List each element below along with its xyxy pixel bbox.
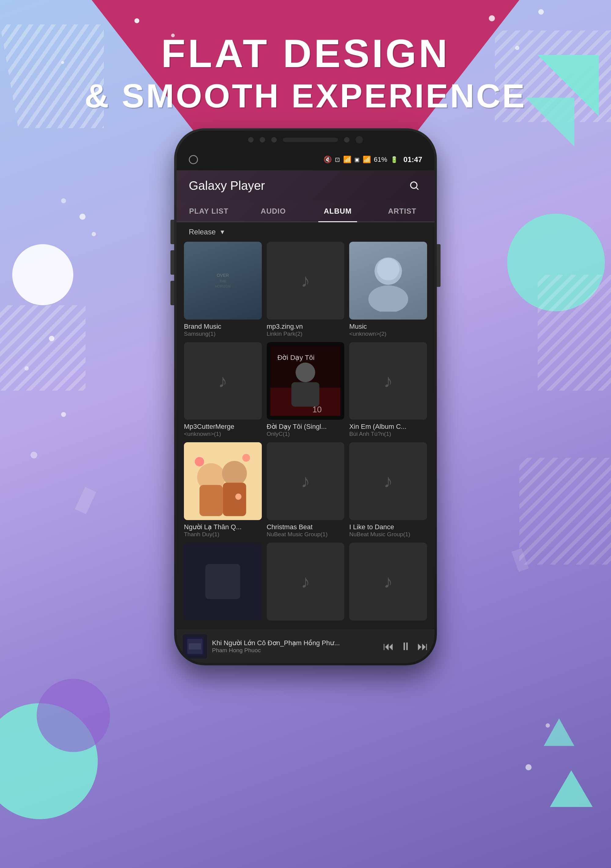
status-right: 🔇 ⊡ 📶 ▣ 📶 61% 🔋 01:47 xyxy=(323,155,422,164)
camera-dot-4 xyxy=(344,137,350,143)
album-item[interactable]: ♪ I Like to Dance NuBeat Music Group(1) xyxy=(349,442,427,538)
album-name: Đời Dạy Tôi (Singl... xyxy=(267,423,345,431)
album-item[interactable]: Music <unknown>(2) xyxy=(349,242,427,337)
now-playing-bar: Khi Người Lớn Cô Đơn_Phạm Hồng Phư... Ph… xyxy=(177,629,434,663)
album-artist: Samsung(1) xyxy=(184,330,262,337)
album-item[interactable]: ♪ Christmas Beat NuBeat Music Group(1) xyxy=(267,442,345,538)
album-thumbnail xyxy=(184,442,262,520)
album-thumbnail: ♪ xyxy=(349,542,427,620)
person-avatar xyxy=(357,250,420,312)
album-art-doi-day: Đời Dạy Tôi 10 xyxy=(271,346,340,416)
camera-dot-3 xyxy=(271,137,277,143)
album-thumbnail xyxy=(349,242,427,319)
album-item[interactable]: ♪ mp3.zing.vn Linkin Park(2) xyxy=(267,242,345,337)
phone-top-bar xyxy=(177,131,434,149)
phone-body: 🔇 ⊡ 📶 ▣ 📶 61% 🔋 01:47 Galaxy Player xyxy=(174,128,437,665)
album-artist: Linkin Park(2) xyxy=(267,330,345,337)
album-art-nguoi-la xyxy=(184,442,262,520)
album-name: Người Lạ Thân Q... xyxy=(184,523,262,531)
svg-text:Đời Dạy Tôi: Đời Dạy Tôi xyxy=(277,353,315,361)
tab-audio[interactable]: AUDIO xyxy=(241,201,306,222)
album-thumbnail: ♪ xyxy=(184,342,262,420)
album-thumbnail: OVER THE HORIZON xyxy=(184,242,262,319)
next-button[interactable]: ⏭ xyxy=(417,640,428,653)
nfc-icon: ⊡ xyxy=(335,156,340,163)
now-playing-artist: Pham Hong Phuoc xyxy=(212,647,378,654)
tab-album[interactable]: ALBUM xyxy=(306,201,370,222)
album-thumbnail: ♪ xyxy=(349,342,427,420)
album-item[interactable]: Đời Dạy Tôi 10 Đời Dạy Tôi (Singl... Onl… xyxy=(267,342,345,438)
prev-button[interactable]: ⏮ xyxy=(383,640,394,653)
music-note-icon: ♪ xyxy=(384,370,393,392)
album-thumbnail: ♪ xyxy=(267,542,345,620)
data-icon: ▣ xyxy=(354,156,359,163)
music-note-icon: ♪ xyxy=(384,471,393,492)
now-playing-thumbnail xyxy=(183,634,207,659)
album-name: mp3.zing.vn xyxy=(267,322,345,330)
svg-point-4 xyxy=(377,258,399,281)
album-name: Brand Music xyxy=(184,322,262,330)
music-note-icon: ♪ xyxy=(301,471,310,492)
album-name: I Like to Dance xyxy=(349,523,427,531)
album-item[interactable] xyxy=(184,542,262,623)
svg-point-13 xyxy=(222,461,247,485)
album-thumbnail: Đời Dạy Tôi 10 xyxy=(267,342,345,420)
music-note-icon: ♪ xyxy=(301,270,310,291)
album-item[interactable]: ♪ Mp3CutterMerge <unknown>(1) xyxy=(184,342,262,438)
album-artist: <unknown>(2) xyxy=(349,330,427,337)
album-artist: NuBeat Music Group(1) xyxy=(349,531,427,538)
music-note-icon: ♪ xyxy=(218,370,227,392)
svg-rect-8 xyxy=(291,383,320,407)
album-artist: Thanh Duy(1) xyxy=(184,531,262,538)
battery-icon: 🔋 xyxy=(390,156,398,163)
album-artist: NuBeat Music Group(1) xyxy=(267,531,345,538)
phone-mockup: 🔇 ⊡ 📶 ▣ 📶 61% 🔋 01:47 Galaxy Player xyxy=(174,128,437,665)
front-camera xyxy=(356,136,363,143)
album-name: Christmas Beat xyxy=(267,523,345,531)
tab-artist[interactable]: ARTIST xyxy=(370,201,434,222)
album-artist: Bùi Anh Tú?n(1) xyxy=(349,431,427,437)
app-header: Galaxy Player xyxy=(177,170,434,201)
album-name: Music xyxy=(349,322,427,330)
camera-dot-1 xyxy=(248,137,253,143)
speaker-bar xyxy=(283,138,338,142)
headline: FLAT DESIGN & SMOOTH EXPERIENCE xyxy=(0,31,611,115)
album-name: Xin Em (Album C... xyxy=(349,423,427,431)
music-note-icon: ♪ xyxy=(301,571,310,592)
svg-line-1 xyxy=(417,188,418,190)
album-item[interactable]: Người Lạ Thân Q... Thanh Duy(1) xyxy=(184,442,262,538)
app-content: Galaxy Player PLAY LIST AUDIO ALBUM ARTI… xyxy=(177,170,434,663)
svg-point-17 xyxy=(242,454,250,462)
wifi-icon: 📶 xyxy=(343,156,351,164)
album-thumbnail xyxy=(184,542,262,620)
tabs-bar: PLAY LIST AUDIO ALBUM ARTIST xyxy=(177,201,434,222)
album-item[interactable]: OVER THE HORIZON Brand Music Samsung(1) xyxy=(184,242,262,337)
album-item[interactable]: ♪ xyxy=(349,542,427,623)
headline-line2: & SMOOTH EXPERIENCE xyxy=(0,76,611,115)
album-artist: <unknown>(1) xyxy=(184,431,262,437)
phone-screen: 🔇 ⊡ 📶 ▣ 📶 61% 🔋 01:47 Galaxy Player xyxy=(177,131,434,663)
svg-point-18 xyxy=(235,493,241,500)
pause-button[interactable]: ⏸ xyxy=(400,640,411,653)
svg-rect-15 xyxy=(223,483,246,516)
sort-arrow-icon[interactable]: ▼ xyxy=(219,229,225,236)
svg-rect-23 xyxy=(189,643,201,649)
album-item[interactable]: ♪ Xin Em (Album C... Bùi Anh Tú?n(1) xyxy=(349,342,427,438)
search-button[interactable] xyxy=(406,178,422,194)
now-playing-controls: ⏮ ⏸ ⏭ xyxy=(383,640,428,653)
now-playing-title: Khi Người Lớn Cô Đơn_Phạm Hồng Phư... xyxy=(212,639,378,647)
album-item[interactable]: ♪ xyxy=(267,542,345,623)
svg-point-0 xyxy=(410,182,417,188)
album-name: Mp3CutterMerge xyxy=(184,423,262,431)
svg-point-7 xyxy=(296,363,315,382)
svg-point-3 xyxy=(368,286,408,312)
svg-text:10: 10 xyxy=(312,405,322,414)
album-grid: OVER THE HORIZON Brand Music Samsung(1) … xyxy=(177,242,434,629)
album-thumbnail: ♪ xyxy=(267,242,345,319)
now-playing-info: Khi Người Lớn Cô Đơn_Phạm Hồng Phư... Ph… xyxy=(212,639,378,654)
album-artist: OnlyC(1) xyxy=(267,431,345,437)
status-left xyxy=(189,155,198,164)
sort-bar: Release ▼ xyxy=(177,222,434,242)
album-art-mini xyxy=(199,558,246,605)
tab-playlist[interactable]: PLAY LIST xyxy=(177,201,241,222)
